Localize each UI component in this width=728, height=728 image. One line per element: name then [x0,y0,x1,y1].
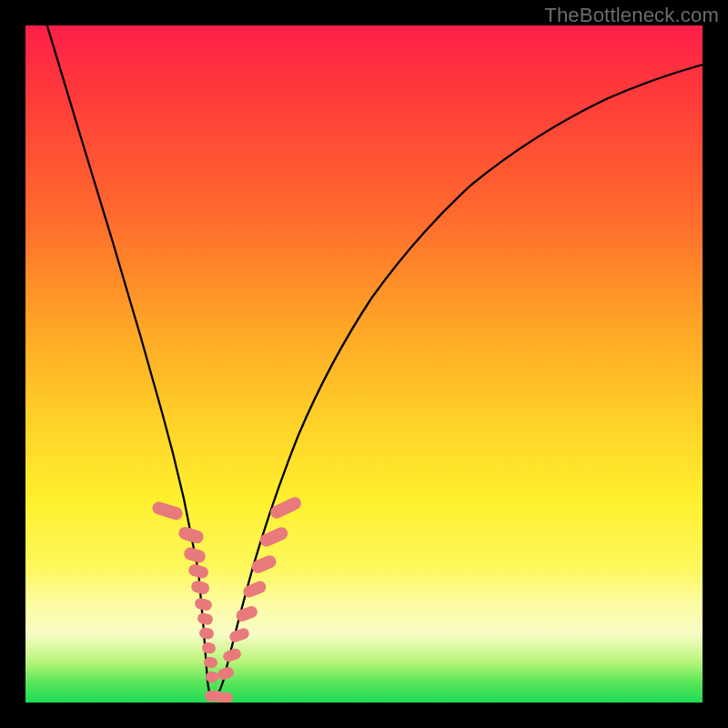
svg-rect-7 [198,627,215,641]
svg-rect-4 [190,580,211,595]
svg-rect-1 [177,525,206,545]
chart-svg [25,25,703,703]
curve-left-path [46,25,213,699]
svg-rect-15 [228,627,251,644]
svg-rect-3 [187,563,210,580]
watermark-text: TheBottleneck.com [544,4,719,27]
svg-rect-5 [194,597,213,612]
svg-rect-6 [197,612,214,625]
curve-right-branch [213,62,703,699]
curve-left-branch [46,25,213,699]
svg-rect-18 [249,553,278,575]
marker-cluster [151,495,304,703]
chart-frame: TheBottleneck.com [0,0,728,728]
svg-rect-20 [268,495,303,521]
svg-rect-12 [217,693,233,703]
svg-rect-19 [258,525,290,549]
svg-rect-14 [222,647,243,663]
svg-rect-8 [201,642,217,654]
plot-area [25,25,703,703]
svg-rect-0 [151,500,185,521]
svg-rect-2 [183,546,207,564]
svg-rect-13 [217,666,236,682]
curve-right-path [213,62,703,699]
